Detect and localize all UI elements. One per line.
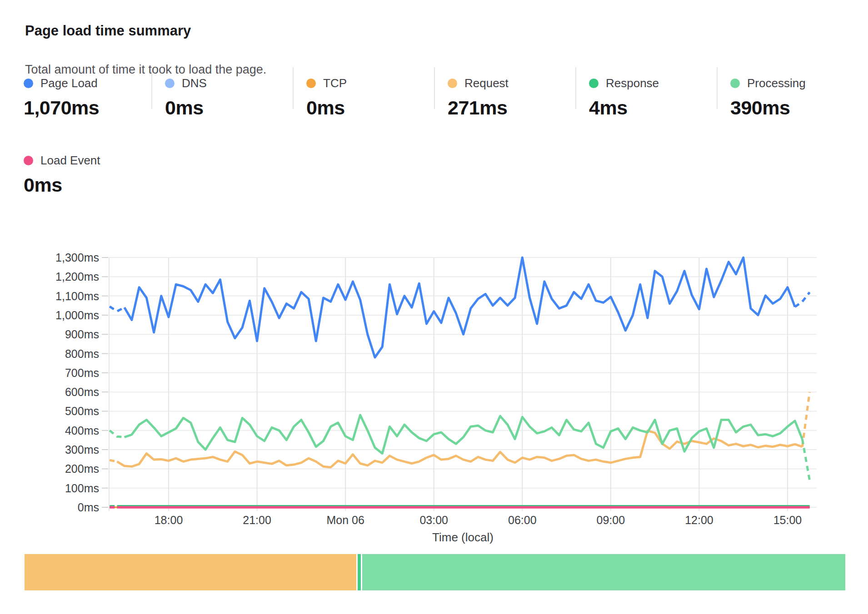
legend-divider xyxy=(717,67,718,109)
page-load-dot-icon xyxy=(24,79,33,88)
y-axis-label: 100ms xyxy=(65,482,99,495)
legend-item-processing[interactable]: Processing 390ms xyxy=(730,76,844,119)
page-subtitle: Total amount of time it took to load the… xyxy=(25,63,266,77)
legend-value: 0ms xyxy=(24,174,137,196)
y-axis-label: 1,200ms xyxy=(55,270,99,283)
series-processing-line-dash-start xyxy=(110,431,124,437)
x-axis-title: Time (local) xyxy=(432,530,494,544)
y-axis-label: 700ms xyxy=(65,366,99,379)
y-axis-label: 200ms xyxy=(65,462,99,475)
legend-value: 390ms xyxy=(730,97,844,119)
request-dot-icon xyxy=(448,79,457,88)
series-page-load-line-dash-end xyxy=(795,292,809,307)
y-axis-label: 600ms xyxy=(65,386,99,398)
y-axis-label: 800ms xyxy=(65,347,99,360)
legend-label: TCP xyxy=(323,76,347,90)
y-axis-label: 0ms xyxy=(78,501,99,514)
y-axis-label: 1,100ms xyxy=(55,290,99,302)
y-axis-label: 400ms xyxy=(65,424,99,437)
response-dot-icon xyxy=(589,79,599,88)
x-axis-label: 18:00 xyxy=(155,514,183,526)
legend-label: Response xyxy=(606,76,659,90)
timing-breakdown-bar[interactable] xyxy=(25,554,845,590)
legend-item-page-load[interactable]: Page Load 1,070ms xyxy=(24,76,137,119)
x-axis-label: 03:00 xyxy=(419,514,448,526)
legend-label: Page Load xyxy=(40,76,98,90)
y-axis-label: 900ms xyxy=(65,328,99,341)
footer-bar-processing-share[interactable] xyxy=(362,554,845,590)
legend-item-request[interactable]: Request 271ms xyxy=(448,76,561,119)
legend-value: 4ms xyxy=(589,97,703,119)
x-axis-label: 15:00 xyxy=(773,514,802,526)
load-time-line-chart[interactable]: 0ms100ms200ms300ms400ms500ms600ms700ms80… xyxy=(0,199,868,559)
y-axis-label: 300ms xyxy=(65,443,99,456)
legend-item-dns[interactable]: DNS 0ms xyxy=(165,76,279,119)
footer-bar-divider-share[interactable] xyxy=(356,554,362,590)
page-load-summary-panel: Page load time summary Total amount of t… xyxy=(0,0,868,614)
legend-label: DNS xyxy=(182,76,207,90)
legend-label: Request xyxy=(464,76,509,90)
legend-label: Processing xyxy=(747,76,806,90)
processing-dot-icon xyxy=(730,79,740,88)
series-request-line-dash-end xyxy=(802,392,809,447)
y-axis-label: 1,300ms xyxy=(55,251,99,264)
series-page-load-line-dash-start xyxy=(110,307,124,312)
legend-divider xyxy=(151,67,152,109)
legend-value: 271ms xyxy=(448,97,561,119)
legend-label: Load Event xyxy=(40,154,100,168)
legend-value: 1,070ms xyxy=(24,97,137,119)
legend-divider xyxy=(293,67,294,109)
y-axis-label: 1,000ms xyxy=(55,309,99,322)
page-title: Page load time summary xyxy=(25,23,191,39)
series-request-line-dash-start xyxy=(110,460,117,461)
legend-item-response[interactable]: Response 4ms xyxy=(589,76,703,119)
footer-bar-request-share[interactable] xyxy=(25,554,356,590)
x-axis-label: 12:00 xyxy=(685,514,713,526)
legend-divider xyxy=(575,67,576,109)
x-axis-label: 21:00 xyxy=(243,514,271,526)
legend-item-tcp[interactable]: TCP 0ms xyxy=(306,76,420,119)
legend-value: 0ms xyxy=(306,97,420,119)
x-axis-label: Mon 06 xyxy=(326,514,364,526)
legend-item-load-event[interactable]: Load Event 0ms xyxy=(24,154,137,196)
load-event-dot-icon xyxy=(24,156,33,165)
x-axis-label: 09:00 xyxy=(597,514,625,526)
y-axis-label: 500ms xyxy=(65,405,99,417)
legend-divider xyxy=(434,67,435,109)
dns-dot-icon xyxy=(165,79,175,88)
legend-value: 0ms xyxy=(165,97,279,119)
series-page-load-line xyxy=(125,257,795,357)
x-axis-label: 06:00 xyxy=(508,514,537,526)
series-processing-line xyxy=(125,415,803,454)
tcp-dot-icon xyxy=(306,79,316,88)
